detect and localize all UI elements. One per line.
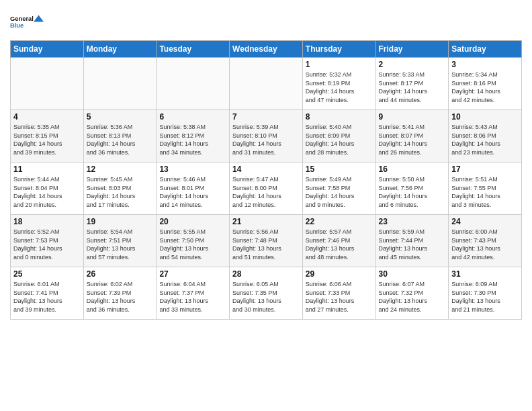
day-number: 16 <box>379 165 446 174</box>
day-info: Sunrise: 5:43 AM Sunset: 8:06 PM Dayligh… <box>451 123 519 156</box>
calendar-week-5: 25Sunrise: 6:01 AM Sunset: 7:41 PM Dayli… <box>11 267 522 320</box>
col-header-saturday: Saturday <box>449 41 522 58</box>
calendar-cell: 4Sunrise: 5:35 AM Sunset: 8:15 PM Daylig… <box>11 110 84 163</box>
col-header-sunday: Sunday <box>11 41 84 58</box>
col-header-thursday: Thursday <box>302 41 375 58</box>
day-number: 20 <box>159 217 226 226</box>
calendar-cell: 9Sunrise: 5:41 AM Sunset: 8:07 PM Daylig… <box>375 110 449 163</box>
calendar-cell: 7Sunrise: 5:39 AM Sunset: 8:10 PM Daylig… <box>230 110 303 163</box>
day-info: Sunrise: 5:41 AM Sunset: 8:07 PM Dayligh… <box>379 123 446 156</box>
svg-marker-2 <box>34 15 44 21</box>
day-info: Sunrise: 5:54 AM Sunset: 7:51 PM Dayligh… <box>87 228 154 261</box>
calendar-cell: 18Sunrise: 5:52 AM Sunset: 7:53 PM Dayli… <box>11 215 84 267</box>
day-number: 4 <box>13 112 81 122</box>
calendar-cell: 27Sunrise: 6:04 AM Sunset: 7:37 PM Dayli… <box>157 267 230 320</box>
day-info: Sunrise: 5:59 AM Sunset: 7:44 PM Dayligh… <box>379 228 446 261</box>
day-number: 1 <box>306 60 373 69</box>
calendar-cell: 13Sunrise: 5:46 AM Sunset: 8:01 PM Dayli… <box>157 163 230 215</box>
calendar-header-row: SundayMondayTuesdayWednesdayThursdayFrid… <box>11 41 522 58</box>
calendar-cell <box>230 58 303 110</box>
calendar-cell: 22Sunrise: 5:57 AM Sunset: 7:46 PM Dayli… <box>302 215 375 267</box>
calendar-cell: 3Sunrise: 5:34 AM Sunset: 8:16 PM Daylig… <box>449 58 522 110</box>
calendar-table: SundayMondayTuesdayWednesdayThursdayFrid… <box>10 40 522 320</box>
day-number: 5 <box>87 112 154 122</box>
day-info: Sunrise: 5:36 AM Sunset: 8:13 PM Dayligh… <box>87 123 154 156</box>
day-info: Sunrise: 6:07 AM Sunset: 7:32 PM Dayligh… <box>379 280 446 314</box>
day-info: Sunrise: 5:39 AM Sunset: 8:10 PM Dayligh… <box>232 123 300 156</box>
day-number: 2 <box>379 60 446 69</box>
day-info: Sunrise: 6:01 AM Sunset: 7:41 PM Dayligh… <box>13 280 81 314</box>
svg-text:Blue: Blue <box>10 22 24 29</box>
day-number: 10 <box>451 112 519 122</box>
day-number: 14 <box>232 165 300 174</box>
day-info: Sunrise: 5:44 AM Sunset: 8:04 PM Dayligh… <box>13 175 81 209</box>
calendar-week-1: 1Sunrise: 5:32 AM Sunset: 8:19 PM Daylig… <box>11 58 522 110</box>
day-info: Sunrise: 5:45 AM Sunset: 8:03 PM Dayligh… <box>87 175 154 209</box>
day-info: Sunrise: 5:55 AM Sunset: 7:50 PM Dayligh… <box>159 228 226 261</box>
svg-text:General: General <box>10 15 34 22</box>
day-number: 3 <box>451 60 519 69</box>
calendar-cell: 25Sunrise: 6:01 AM Sunset: 7:41 PM Dayli… <box>11 267 84 320</box>
calendar-cell: 21Sunrise: 5:56 AM Sunset: 7:48 PM Dayli… <box>230 215 303 267</box>
day-info: Sunrise: 5:57 AM Sunset: 7:46 PM Dayligh… <box>306 228 373 261</box>
calendar-cell: 17Sunrise: 5:51 AM Sunset: 7:55 PM Dayli… <box>449 163 522 215</box>
day-number: 18 <box>13 217 81 226</box>
col-header-monday: Monday <box>83 41 157 58</box>
day-number: 23 <box>379 217 446 226</box>
logo: General Blue <box>10 9 44 35</box>
calendar-cell: 29Sunrise: 6:06 AM Sunset: 7:33 PM Dayli… <box>302 267 375 320</box>
calendar-week-3: 11Sunrise: 5:44 AM Sunset: 8:04 PM Dayli… <box>11 163 522 215</box>
col-header-tuesday: Tuesday <box>157 41 230 58</box>
col-header-friday: Friday <box>375 41 449 58</box>
day-number: 25 <box>13 269 81 279</box>
calendar-cell: 16Sunrise: 5:50 AM Sunset: 7:56 PM Dayli… <box>375 163 449 215</box>
calendar-cell: 20Sunrise: 5:55 AM Sunset: 7:50 PM Dayli… <box>157 215 230 267</box>
day-info: Sunrise: 6:05 AM Sunset: 7:35 PM Dayligh… <box>232 280 300 314</box>
day-info: Sunrise: 6:02 AM Sunset: 7:39 PM Dayligh… <box>87 280 154 314</box>
page-container: General Blue SundayMondayTuesdayWednesda… <box>0 0 532 326</box>
day-info: Sunrise: 5:34 AM Sunset: 8:16 PM Dayligh… <box>451 71 519 104</box>
day-info: Sunrise: 5:32 AM Sunset: 8:19 PM Dayligh… <box>306 71 373 104</box>
calendar-cell: 1Sunrise: 5:32 AM Sunset: 8:19 PM Daylig… <box>302 58 375 110</box>
calendar-cell <box>83 58 157 110</box>
day-number: 21 <box>232 217 300 226</box>
day-number: 30 <box>379 269 446 279</box>
day-number: 7 <box>232 112 300 122</box>
day-number: 29 <box>306 269 373 279</box>
day-info: Sunrise: 5:38 AM Sunset: 8:12 PM Dayligh… <box>159 123 226 156</box>
logo-svg: General Blue <box>10 9 44 35</box>
calendar-cell: 11Sunrise: 5:44 AM Sunset: 8:04 PM Dayli… <box>11 163 84 215</box>
day-info: Sunrise: 6:00 AM Sunset: 7:43 PM Dayligh… <box>451 228 519 261</box>
calendar-cell: 15Sunrise: 5:49 AM Sunset: 7:58 PM Dayli… <box>302 163 375 215</box>
calendar-week-4: 18Sunrise: 5:52 AM Sunset: 7:53 PM Dayli… <box>11 215 522 267</box>
calendar-cell: 24Sunrise: 6:00 AM Sunset: 7:43 PM Dayli… <box>449 215 522 267</box>
calendar-cell: 10Sunrise: 5:43 AM Sunset: 8:06 PM Dayli… <box>449 110 522 163</box>
calendar-cell: 19Sunrise: 5:54 AM Sunset: 7:51 PM Dayli… <box>83 215 157 267</box>
day-info: Sunrise: 5:35 AM Sunset: 8:15 PM Dayligh… <box>13 123 81 156</box>
calendar-cell: 31Sunrise: 6:09 AM Sunset: 7:30 PM Dayli… <box>449 267 522 320</box>
calendar-cell: 23Sunrise: 5:59 AM Sunset: 7:44 PM Dayli… <box>375 215 449 267</box>
calendar-cell: 26Sunrise: 6:02 AM Sunset: 7:39 PM Dayli… <box>83 267 157 320</box>
day-number: 12 <box>87 165 154 174</box>
day-info: Sunrise: 5:51 AM Sunset: 7:55 PM Dayligh… <box>451 175 519 209</box>
day-info: Sunrise: 5:52 AM Sunset: 7:53 PM Dayligh… <box>13 228 81 261</box>
calendar-cell <box>157 58 230 110</box>
day-info: Sunrise: 6:09 AM Sunset: 7:30 PM Dayligh… <box>451 280 519 314</box>
calendar-cell: 28Sunrise: 6:05 AM Sunset: 7:35 PM Dayli… <box>230 267 303 320</box>
day-number: 11 <box>13 165 81 174</box>
day-info: Sunrise: 5:49 AM Sunset: 7:58 PM Dayligh… <box>306 175 373 209</box>
calendar-cell: 5Sunrise: 5:36 AM Sunset: 8:13 PM Daylig… <box>83 110 157 163</box>
day-info: Sunrise: 5:40 AM Sunset: 8:09 PM Dayligh… <box>306 123 373 156</box>
day-number: 31 <box>451 269 519 279</box>
day-number: 27 <box>159 269 226 279</box>
calendar-cell: 2Sunrise: 5:33 AM Sunset: 8:17 PM Daylig… <box>375 58 449 110</box>
day-number: 15 <box>306 165 373 174</box>
day-info: Sunrise: 5:47 AM Sunset: 8:00 PM Dayligh… <box>232 175 300 209</box>
day-number: 28 <box>232 269 300 279</box>
day-info: Sunrise: 6:06 AM Sunset: 7:33 PM Dayligh… <box>306 280 373 314</box>
header: General Blue <box>10 7 522 35</box>
calendar-cell: 6Sunrise: 5:38 AM Sunset: 8:12 PM Daylig… <box>157 110 230 163</box>
calendar-cell: 14Sunrise: 5:47 AM Sunset: 8:00 PM Dayli… <box>230 163 303 215</box>
day-number: 24 <box>451 217 519 226</box>
day-number: 6 <box>159 112 226 122</box>
